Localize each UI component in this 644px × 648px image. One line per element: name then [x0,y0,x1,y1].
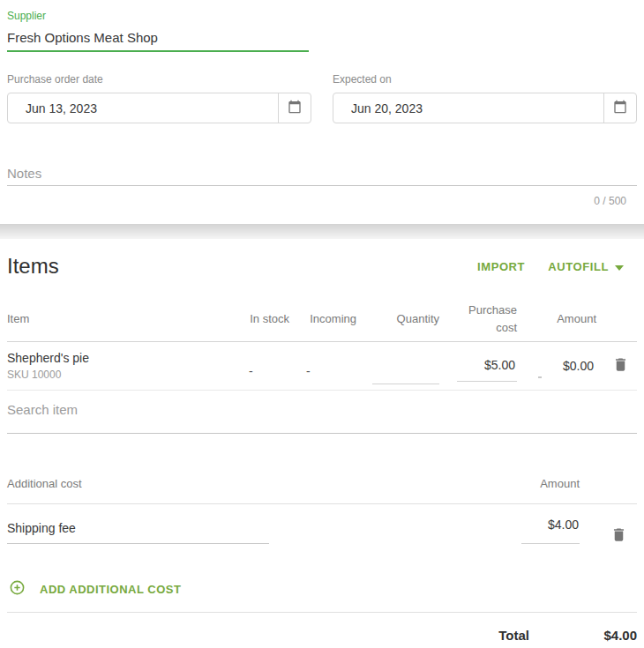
additional-cost-actions-cell [580,504,637,550]
additional-cost-name-cell [7,504,483,550]
supplier-label: Supplier [7,10,46,22]
delete-item-button[interactable] [610,354,631,377]
total-label: Total [498,628,529,643]
total-value: $4.00 [529,628,637,643]
item-in-stock-value: - [236,354,289,378]
trash-icon [610,526,627,546]
import-button-label: IMPORT [477,260,525,273]
additional-cost-actions-header [580,475,637,493]
expected-on-label: Expected on [333,73,637,86]
item-quantity-cell [356,347,439,384]
additional-cost-amount-input[interactable]: $4.00 [521,518,580,544]
notes-field: 0 / 500 [7,160,637,207]
item-amount-cell: $0.00 [517,342,596,390]
import-button[interactable]: IMPORT [477,260,525,273]
calendar-icon [613,100,627,116]
column-header-purchase-cost: Purchase cost [439,302,517,337]
order-details-section: Supplier Fresh Options Meat Shop Purchas… [0,0,644,224]
column-header-incoming: Incoming [289,310,356,328]
column-header-item: Item [7,310,236,328]
autofill-button-label: AUTOFILL [548,260,609,273]
search-item-row [7,391,637,434]
purchase-order-form: Supplier Fresh Options Meat Shop Purchas… [0,0,644,648]
items-actions: IMPORT AUTOFILL [477,260,624,273]
expected-on-date-input[interactable]: Jun 20, 2023 [333,93,637,123]
additional-cost-header: Additional cost Amount [7,475,637,504]
column-header-in-stock: In stock [236,310,289,328]
search-item-input[interactable] [7,391,637,434]
column-header-amount: Amount [517,310,596,328]
supplier-field: Supplier Fresh Options Meat Shop [7,7,637,52]
item-sku: SKU 10000 [7,369,236,381]
notes-input[interactable] [7,160,637,186]
calendar-icon [288,100,302,116]
additional-cost-amount-cell: $4.00 [483,504,580,550]
plus-circle-icon [9,579,26,599]
item-row: Shepherd's pie SKU 10000 - - $5.00 $0.00 [7,342,637,391]
item-name: Shepherd's pie [7,351,236,365]
supplier-underline [7,50,309,52]
delete-additional-cost-button[interactable] [609,525,629,547]
expected-on-calendar-button[interactable] [603,93,636,123]
add-additional-cost-label: ADD ADDITIONAL COST [40,583,181,596]
item-purchase-cost-cell: $5.00 [439,351,517,382]
expected-on-date-value: Jun 20, 2023 [333,101,603,115]
additional-cost-name-header: Additional cost [7,475,483,493]
items-header: Items IMPORT AUTOFILL [7,253,637,279]
purchase-order-date-label: Purchase order date [7,73,311,86]
total-row: Total $4.00 [7,613,637,643]
section-divider [0,224,644,239]
item-cell: Shepherd's pie SKU 10000 [7,351,236,381]
autofill-button[interactable]: AUTOFILL [548,260,624,273]
purchase-order-date-field: Purchase order date Jun 13, 2023 [7,73,311,123]
item-incoming-value: - [289,354,356,378]
item-amount-value: $0.00 [563,359,594,373]
purchase-order-date-input[interactable]: Jun 13, 2023 [7,93,311,123]
purchase-cost-input[interactable]: $5.00 [457,358,517,382]
dates-row: Purchase order date Jun 13, 2023 Expecte… [7,73,637,123]
items-section: Items IMPORT AUTOFILL Item In stock Inco… [0,239,644,648]
additional-cost-name-input[interactable] [7,518,269,544]
items-table-header: Item In stock Incoming Quantity Purchase… [7,297,637,342]
purchase-order-date-value: Jun 13, 2023 [8,101,278,115]
additional-cost-amount-header: Amount [483,475,580,493]
additional-cost-row: $4.00 [7,504,637,550]
notes-char-counter: 0 / 500 [7,195,637,207]
trash-icon [612,356,629,376]
purchase-order-date-calendar-button[interactable] [278,93,311,123]
item-actions-cell [596,342,637,390]
supplier-value[interactable]: Fresh Options Meat Shop [7,30,637,46]
items-title: Items [7,253,59,279]
add-additional-cost-button[interactable]: ADD ADDITIONAL COST [7,579,181,599]
expected-on-date-field: Expected on Jun 20, 2023 [333,73,637,123]
column-header-quantity: Quantity [356,310,439,328]
chevron-down-icon [615,260,624,273]
quantity-input[interactable] [372,361,439,384]
amount-hint-mark [538,376,542,378]
